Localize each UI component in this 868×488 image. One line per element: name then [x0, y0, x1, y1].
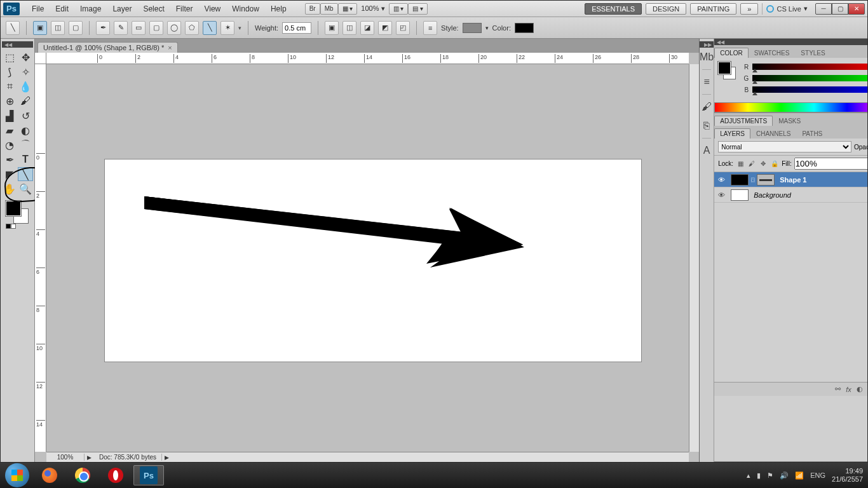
status-menu-icon[interactable]: ▶	[85, 454, 94, 461]
extras-button[interactable]: ▤ ▾	[408, 3, 428, 15]
fill-pixels-mode[interactable]: ▢	[69, 21, 83, 35]
status-doc-info[interactable]: Doc: 785.3K/0 bytes	[94, 454, 162, 461]
combine-intersect-icon[interactable]: ◩	[378, 21, 392, 35]
taskbar-firefox[interactable]	[34, 465, 65, 485]
tab-swatches[interactable]: SWATCHES	[749, 48, 796, 58]
align-icon[interactable]: ≡	[423, 21, 437, 35]
blend-mode-select[interactable]: Normal	[718, 141, 851, 152]
workspace-essentials[interactable]: ESSENTIALS	[585, 3, 642, 15]
combine-subtract-icon[interactable]: ◪	[360, 21, 374, 35]
zoom-tool[interactable]: 🔍	[18, 182, 33, 196]
menu-filter[interactable]: Filter	[170, 4, 199, 13]
combine-new-icon[interactable]: ▣	[325, 21, 339, 35]
combine-add-icon[interactable]: ◫	[342, 21, 356, 35]
menu-select[interactable]: Select	[137, 4, 170, 13]
line-tool[interactable]: ╲	[18, 167, 33, 181]
clock[interactable]: 19:49 21/6/2557	[832, 467, 863, 484]
screenmode-button[interactable]: ▦ ▾	[338, 3, 358, 15]
taskbar-chrome[interactable]	[67, 465, 98, 485]
crop-tool[interactable]: ⌗	[2, 79, 17, 93]
marquee-tool[interactable]: ⬚	[2, 50, 17, 64]
visibility-toggle[interactable]: 👁	[714, 191, 728, 199]
visibility-toggle[interactable]: 👁	[714, 176, 728, 184]
minibridge-button[interactable]: Mb	[320, 3, 338, 15]
start-button[interactable]	[5, 463, 29, 487]
menu-help[interactable]: Help	[265, 4, 292, 13]
tab-paths[interactable]: PATHS	[796, 128, 828, 139]
canvas[interactable]	[105, 159, 641, 362]
layer-name[interactable]: Background	[751, 191, 867, 199]
pen-tool[interactable]: ✒	[2, 152, 17, 166]
history-icon[interactable]: ≡	[700, 72, 714, 92]
volume-icon[interactable]: 🔊	[780, 471, 789, 480]
tools-collapse[interactable]: ◀◀	[2, 41, 33, 48]
lock-all-icon[interactable]: 🔒	[770, 159, 779, 168]
style-swatch[interactable]	[463, 23, 482, 33]
scrollbar-vertical[interactable]	[689, 64, 699, 452]
path-select-tool[interactable]: ◤	[2, 167, 17, 181]
g-slider[interactable]	[752, 75, 867, 81]
ruler-origin[interactable]	[35, 53, 46, 64]
eraser-tool[interactable]: ▰	[2, 123, 17, 137]
r-slider[interactable]	[752, 64, 867, 70]
rect-shape-icon[interactable]: ▭	[132, 21, 146, 35]
layer-thumb[interactable]	[731, 189, 749, 201]
tab-adjustments[interactable]: ADJUSTMENTS	[714, 116, 773, 126]
layer-mask-icon[interactable]: ◐	[857, 385, 863, 393]
strip-collapse[interactable]: ▶▶	[700, 41, 714, 48]
layer-name[interactable]: Shape 1	[777, 176, 867, 184]
menu-window[interactable]: Window	[226, 4, 265, 13]
combine-exclude-icon[interactable]: ◰	[396, 21, 410, 35]
canvas-scroll[interactable]	[46, 64, 689, 452]
layer-row-background[interactable]: 👁 Background 🔒	[714, 187, 867, 203]
weight-input[interactable]	[282, 22, 311, 34]
freeform-pen-icon[interactable]: ✎	[114, 21, 128, 35]
taskbar-opera[interactable]	[100, 465, 131, 485]
layer-mask-thumb[interactable]	[757, 174, 775, 186]
foreground-color[interactable]	[6, 201, 21, 216]
tab-color[interactable]: COLOR	[714, 48, 749, 58]
polygon-shape-icon[interactable]: ⬠	[185, 21, 199, 35]
language-indicator[interactable]: ENG	[810, 471, 825, 479]
doc-tab[interactable]: Untitled-1 @ 100% (Shape 1, RGB/8) * ×	[37, 42, 178, 53]
rounded-rect-icon[interactable]: ▢	[149, 21, 163, 35]
window-maximize[interactable]: ▢	[832, 3, 848, 15]
menu-file[interactable]: File	[26, 4, 50, 13]
panels-collapse[interactable]: ◀◀▶▶	[714, 39, 867, 45]
healing-tool[interactable]: ⊕	[2, 94, 17, 108]
dodge-tool[interactable]: ⌒	[18, 138, 33, 152]
paths-mode[interactable]: ◫	[51, 21, 65, 35]
tool-preset[interactable]: ╲	[6, 21, 20, 35]
layer-fx-icon[interactable]: fx	[846, 386, 851, 393]
taskbar-photoshop[interactable]: Ps	[133, 465, 164, 485]
battery-icon[interactable]: ▮	[757, 471, 761, 480]
bridge-button[interactable]: Br	[305, 3, 320, 15]
ruler-vertical[interactable]: 0246810121416	[35, 64, 46, 452]
b-slider[interactable]	[752, 86, 867, 93]
cs-live[interactable]: CS Live ▾	[766, 4, 808, 13]
link-layers-icon[interactable]: ⚯	[835, 385, 841, 393]
ellipse-shape-icon[interactable]: ◯	[167, 21, 181, 35]
arrange-button[interactable]: ▥ ▾	[389, 3, 409, 15]
zoom-readout[interactable]: 100% ▾	[357, 4, 388, 13]
shape-layers-mode[interactable]: ▣	[33, 21, 47, 35]
tab-layers[interactable]: LAYERS	[714, 128, 750, 139]
character-icon[interactable]: A	[700, 141, 714, 160]
lock-transparency-icon[interactable]: ▦	[736, 159, 745, 168]
brush-presets-icon[interactable]: 🖌	[700, 97, 714, 116]
workspace-more[interactable]: »	[740, 3, 758, 15]
stamp-tool[interactable]: ▟	[2, 109, 17, 123]
tab-masks[interactable]: MASKS	[773, 116, 806, 126]
tray-arrow-icon[interactable]: ▴	[747, 471, 750, 480]
gradient-tool[interactable]: ◐	[18, 123, 33, 137]
status-zoom[interactable]: 100%	[46, 454, 85, 461]
layer-thumb[interactable]	[731, 174, 749, 186]
tab-channels[interactable]: CHANNELS	[750, 128, 796, 139]
menu-edit[interactable]: Edit	[50, 4, 74, 13]
lock-position-icon[interactable]: ✥	[759, 159, 768, 168]
line-shape-icon[interactable]: ╲	[203, 21, 217, 35]
network-icon[interactable]: 📶	[795, 471, 804, 480]
layer-row-shape1[interactable]: 👁 ⌼ Shape 1	[714, 172, 867, 187]
color-spectrum[interactable]	[714, 102, 867, 112]
blur-tool[interactable]: ◔	[2, 138, 17, 152]
